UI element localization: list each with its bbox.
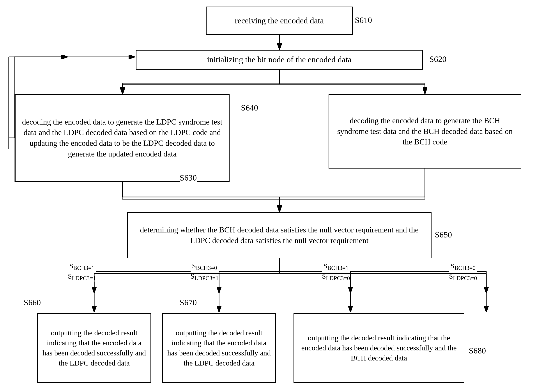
s640-label: decoding the encoded data to generate th… (334, 115, 516, 147)
branch-bch3-1-ldpc3-0: SBCH3=1SLDPC3=0 (322, 262, 350, 282)
s610-step: S610 (355, 15, 372, 25)
s650-step: S650 (435, 230, 452, 239)
s610-label: receiving the encoded data (235, 15, 324, 26)
s620-box: initializing the bit node of the encoded… (136, 50, 423, 70)
s630-box: decoding the encoded data to generate th… (15, 94, 230, 182)
branch-bch3-0-ldpc3-0: SBCH3=0SLDPC3=0 (449, 262, 477, 282)
s660-label: outputting the decoded result indicating… (41, 328, 147, 368)
s660-step: S660 (24, 298, 41, 307)
s630-step: S630 (180, 173, 197, 182)
branch-bch3-0-ldpc3-1: SBCH3=0SLDPC3=1 (191, 262, 219, 282)
s650-box: determining whether the BCH decoded data… (127, 212, 431, 258)
s670-step: S670 (180, 298, 197, 307)
s620-label: initializing the bit node of the encoded… (207, 54, 352, 65)
s620-step: S620 (429, 54, 447, 64)
s680-step: S680 (469, 346, 486, 356)
s640-step: S640 (241, 103, 258, 112)
s660-box: outputting the decoded result indicating… (37, 313, 151, 383)
s650-label: determining whether the BCH decoded data… (131, 225, 427, 246)
s610-box: receiving the encoded data (206, 7, 353, 35)
s670-box: outputting the decoded result indicating… (162, 313, 276, 383)
s680-label: outputting the decoded result indicating… (298, 333, 460, 363)
s680-box: outputting the decoded result indicating… (294, 313, 464, 383)
s670-label: outputting the decoded result indicating… (166, 328, 272, 368)
s640-box: decoding the encoded data to generate th… (329, 94, 521, 169)
branch-bch3-1-ldpc3-1: SBCH3=1SLDPC3=1 (68, 262, 96, 282)
flowchart-diagram: receiving the encoded data S610 initiali… (0, 0, 559, 392)
s630-label: decoding the encoded data to generate th… (20, 117, 224, 159)
